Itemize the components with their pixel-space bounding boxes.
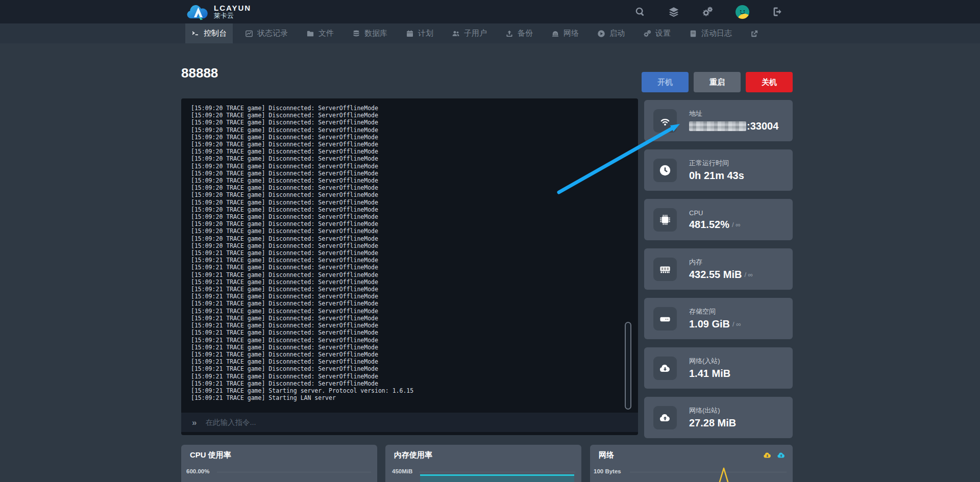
power-restart-button[interactable]: 重启 — [694, 72, 741, 92]
nav-tab-label: 网络 — [564, 29, 579, 38]
nav-tab-external-link[interactable] — [744, 23, 765, 43]
stat-value: 432.55 MiB/ ∞ — [689, 269, 753, 281]
brand-logo[interactable]: LCAYUN 莱卡云 — [185, 2, 251, 21]
console-line: [15:09:21 TRACE game] Disconnected: Serv… — [191, 293, 623, 300]
layers-icon[interactable] — [668, 6, 679, 17]
server-title: 88888 — [181, 65, 218, 81]
memory-series-fill — [420, 476, 574, 482]
console-line: [15:09:20 TRACE game] Disconnected: Serv… — [191, 235, 623, 242]
console-line: [15:09:21 TRACE game] Disconnected: Serv… — [191, 271, 623, 278]
user-avatar[interactable] — [736, 5, 749, 19]
console-line: [15:09:20 TRACE game] Disconnected: Serv… — [191, 170, 623, 177]
console-line: [15:09:21 TRACE game] Disconnected: Serv… — [191, 308, 623, 315]
nav-tab-备份[interactable]: 备份 — [499, 23, 539, 43]
console-line: [15:09:21 TRACE game] Disconnected: Serv… — [191, 380, 623, 387]
stat-card-wifi: 地址:33004 — [644, 100, 793, 141]
calendar-icon — [406, 30, 414, 38]
nav-tab-活动日志[interactable]: 活动日志 — [683, 23, 738, 43]
folder-icon — [306, 30, 314, 38]
stat-limit: / ∞ — [732, 320, 741, 328]
stat-card-memory: 内存432.55 MiB/ ∞ — [644, 248, 793, 290]
stat-value: 1.09 GiB/ ∞ — [689, 318, 741, 330]
nav-tab-文件[interactable]: 文件 — [300, 23, 340, 43]
console-line: [15:09:20 TRACE game] Disconnected: Serv… — [191, 112, 623, 119]
nav-tab-设置[interactable]: 设置 — [637, 23, 677, 43]
stat-label: 存储空间 — [689, 307, 741, 316]
nav-tab-label: 文件 — [318, 29, 334, 38]
grid-line — [419, 472, 575, 472]
cloud-up-icon — [653, 406, 677, 429]
stat-label: 网络(入站) — [689, 357, 730, 366]
stat-card-cloud-up: 网络(出站)27.28 MiB — [644, 397, 793, 438]
backup-icon — [505, 30, 513, 38]
nav-tab-控制台[interactable]: 控制台 — [185, 23, 233, 43]
stat-label: 网络(出站) — [689, 406, 736, 415]
console-line: [15:09:20 TRACE game] Disconnected: Serv… — [191, 148, 623, 155]
console-input-row: » — [181, 413, 638, 432]
console-line: [15:09:20 TRACE game] Disconnected: Serv… — [191, 206, 623, 213]
grid-label: 600.00% — [186, 468, 209, 474]
stat-value: 1.41 MiB — [689, 368, 730, 379]
console-line: [15:09:20 TRACE game] Disconnected: Serv… — [191, 119, 623, 126]
nav-tab-子用户[interactable]: 子用户 — [446, 23, 493, 43]
nav-tab-label: 设置 — [655, 29, 671, 38]
console-log[interactable]: [15:09:20 TRACE game] Disconnected: Serv… — [191, 105, 623, 409]
console-line: [15:09:21 TRACE game] Disconnected: Serv… — [191, 264, 623, 271]
terminal-icon — [191, 30, 200, 38]
chevrons-right-icon: » — [192, 418, 197, 427]
brand-name: LCAYUN — [214, 4, 251, 12]
logout-icon[interactable] — [772, 6, 783, 17]
search-icon[interactable] — [634, 6, 646, 17]
console-line: [15:09:20 TRACE game] Disconnected: Serv… — [191, 141, 623, 148]
memory-icon — [653, 258, 677, 281]
grid-label: 450MiB — [392, 468, 412, 474]
power-stop-button[interactable]: 关机 — [746, 72, 793, 92]
console-line: [15:09:21 TRACE game] Disconnected: Serv… — [191, 329, 623, 336]
brand-subtitle: 莱卡云 — [214, 12, 251, 19]
nav-tab-label: 启动 — [609, 29, 625, 38]
external-icon — [750, 30, 758, 38]
console-line: [15:09:21 TRACE game] Disconnected: Serv… — [191, 373, 623, 380]
topbar: LCAYUN 莱卡云 — [0, 0, 980, 23]
console-line: [15:09:21 TRACE game] Disconnected: Serv… — [191, 286, 623, 293]
gears-icon[interactable] — [702, 6, 713, 17]
chart-title: 内存使用率 — [394, 450, 432, 460]
masked-address — [689, 121, 746, 131]
grid-line — [217, 472, 371, 472]
nav-tab-label: 子用户 — [464, 29, 487, 38]
brand-cloud-icon — [185, 2, 210, 21]
stat-label: CPU — [689, 209, 740, 217]
console-line: [15:09:21 TRACE game] Disconnected: Serv… — [191, 278, 623, 286]
console-line: [15:09:21 TRACE game] Disconnected: Serv… — [191, 249, 623, 257]
cpu-usage-chart-card: CPU 使用率 600.00% — [181, 445, 377, 482]
nav-tab-label: 控制台 — [204, 29, 227, 38]
nav-tab-网络[interactable]: 网络 — [545, 23, 585, 43]
network-inbound-spike — [590, 445, 793, 482]
nav-tab-数据库[interactable]: 数据库 — [346, 23, 394, 43]
console-line: [15:09:21 TRACE game] Disconnected: Serv… — [191, 351, 623, 358]
log-icon — [689, 30, 697, 38]
users-icon — [452, 30, 460, 38]
cloud-down-icon — [653, 357, 677, 380]
command-input[interactable] — [204, 418, 627, 427]
console-line: [15:09:20 TRACE game] Disconnected: Serv… — [191, 163, 623, 170]
nav-tab-状态记录[interactable]: 状态记录 — [239, 23, 294, 43]
console-line: [15:09:20 TRACE game] Disconnected: Serv… — [191, 105, 623, 112]
stat-label: 正常运行时间 — [689, 159, 744, 168]
console-line: [15:09:20 TRACE game] Disconnected: Serv… — [191, 227, 623, 235]
console-line: [15:09:20 TRACE game] Disconnected: Serv… — [191, 220, 623, 227]
nav-tab-label: 备份 — [518, 29, 533, 38]
power-start-button[interactable]: 开机 — [642, 72, 689, 92]
console-scrollbar[interactable] — [625, 322, 631, 410]
stat-limit: / ∞ — [744, 271, 753, 278]
nav-tab-启动[interactable]: 启动 — [591, 23, 631, 43]
database-icon — [352, 30, 360, 38]
nav-tab-计划[interactable]: 计划 — [400, 23, 439, 43]
chart-title: CPU 使用率 — [190, 450, 231, 460]
stat-label: 内存 — [689, 258, 753, 267]
stats-column: 地址:33004正常运行时间0h 21m 43sCPU481.52%/ ∞内存4… — [644, 100, 793, 438]
nav-tab-label: 活动日志 — [701, 29, 732, 38]
console-line: [15:09:20 TRACE game] Disconnected: Serv… — [191, 213, 623, 220]
stat-card-clock: 正常运行时间0h 21m 43s — [644, 149, 793, 191]
console-line: [15:09:21 TRACE game] Starting server. P… — [191, 387, 623, 394]
